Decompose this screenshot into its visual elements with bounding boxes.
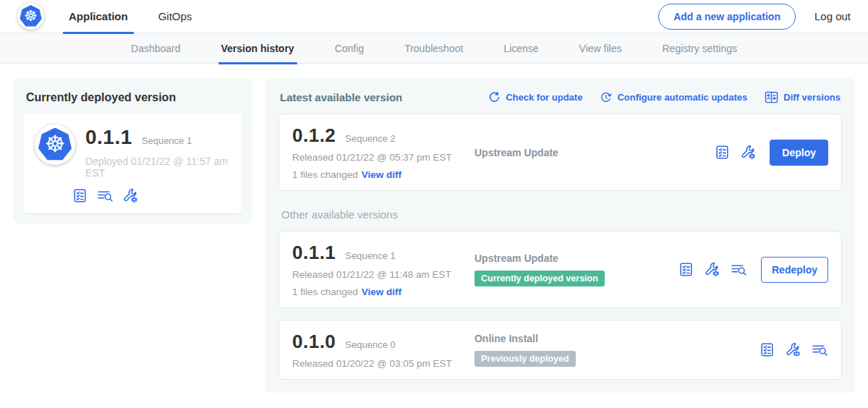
version-source-label: Upstream Update <box>475 147 678 158</box>
header-tab-application[interactable]: Application <box>69 0 128 33</box>
currently-deployed-title: Currently deployed version <box>26 91 239 104</box>
currently-deployed-badge: Currently deployed version <box>475 271 605 286</box>
tab-view-files[interactable]: View files <box>579 33 622 64</box>
edit-config-icon[interactable] <box>741 145 756 160</box>
tab-config[interactable]: Config <box>335 33 364 64</box>
preflight-checks-icon[interactable] <box>678 262 694 277</box>
kubernetes-logo: ☸ <box>17 3 44 30</box>
app-header: ☸ Application GitOps Add a new applicati… <box>0 0 868 33</box>
version-row-0-1-2: 0.1.2 Sequence 2 Released 01/21/22 @ 05:… <box>278 114 842 191</box>
edit-config-icon[interactable] <box>123 188 138 203</box>
configure-automatic-updates-label: Configure automatic updates <box>617 92 747 103</box>
diff-panels-icon <box>765 91 778 103</box>
tab-license[interactable]: License <box>503 33 538 64</box>
tab-registry-settings[interactable]: Registry settings <box>663 33 737 64</box>
edit-config-icon[interactable] <box>705 262 720 277</box>
diff-versions-link[interactable]: Diff versions <box>765 91 841 103</box>
deployed-version-info: 0.1.1 Sequence 1 Deployed 01/21/22 @ 11:… <box>85 124 231 203</box>
version-source-label: Upstream Update <box>475 252 678 264</box>
view-config-icon[interactable] <box>786 342 801 357</box>
deploy-logs-icon[interactable] <box>731 262 747 277</box>
view-diff-link[interactable]: View diff <box>362 169 401 180</box>
app-subnav: Dashboard Version history Config Trouble… <box>0 33 868 64</box>
check-for-update-link[interactable]: Check for update <box>488 91 582 103</box>
tab-dashboard[interactable]: Dashboard <box>131 33 181 64</box>
version-row-0-1-1: 0.1.1 Sequence 1 Released 01/21/22 @ 11:… <box>278 231 842 308</box>
version-history-panel: Latest available version Check for updat… <box>265 78 855 393</box>
released-timestamp: Released 01/20/22 @ 03:05 pm EST <box>292 358 475 369</box>
diff-versions-label: Diff versions <box>783 92 841 103</box>
version-number: 0.1.0 <box>292 331 336 353</box>
deploy-logs-icon[interactable] <box>97 188 114 203</box>
view-diff-link[interactable]: View diff <box>362 286 401 297</box>
kubernetes-helm-icon: ☸ <box>38 128 72 162</box>
configure-automatic-updates-link[interactable]: Configure automatic updates <box>600 91 747 103</box>
app-logo-badge: ☸ <box>35 124 75 165</box>
deploy-logs-icon[interactable] <box>812 342 828 357</box>
main-content: Currently deployed version ☸ 0.1.1 Seque… <box>0 64 868 407</box>
released-timestamp: Released 01/21/22 @ 05:37 pm EST <box>292 152 475 163</box>
header-tab-gitops[interactable]: GitOps <box>158 0 192 33</box>
version-row-0-1-0: 0.1.0 Sequence 0 Released 01/20/22 @ 03:… <box>278 320 842 380</box>
previously-deployed-badge: Previously deployed <box>475 351 576 367</box>
refresh-arrow-icon <box>488 91 501 103</box>
preflight-checks-icon[interactable] <box>715 145 730 160</box>
deployed-version-card: ☸ 0.1.1 Sequence 1 Deployed 01/21/22 @ 1… <box>23 113 242 213</box>
preflight-checks-icon[interactable] <box>760 342 775 357</box>
header-right: Add a new application Log out <box>658 4 851 30</box>
redeploy-button[interactable]: Redeploy <box>761 257 828 283</box>
version-source-label: Online Install <box>475 333 678 344</box>
deployed-version-number: 0.1.1 <box>85 126 132 149</box>
add-application-button[interactable]: Add a new application <box>658 4 796 30</box>
kubernetes-helm-icon: ☸ <box>20 5 42 27</box>
latest-version-title: Latest available version <box>280 91 402 103</box>
logout-button[interactable]: Log out <box>814 10 851 22</box>
sequence-label: Sequence 1 <box>345 250 395 261</box>
version-number: 0.1.2 <box>292 124 336 147</box>
deployed-sequence-label: Sequence 1 <box>142 135 192 146</box>
currently-deployed-card: Currently deployed version ☸ 0.1.1 Seque… <box>13 78 252 224</box>
deploy-button[interactable]: Deploy <box>770 140 828 166</box>
sequence-label: Sequence 0 <box>345 339 395 350</box>
sequence-label: Sequence 2 <box>345 133 395 144</box>
version-number: 0.1.1 <box>292 242 336 264</box>
files-changed-label: 1 files changed <box>292 286 358 297</box>
preflight-checks-icon[interactable] <box>72 188 88 203</box>
tab-troubleshoot[interactable]: Troubleshoot <box>404 33 463 64</box>
refresh-clock-icon <box>600 91 612 103</box>
deployed-timestamp: Deployed 01/21/22 @ 11:57 am EST <box>85 156 231 179</box>
other-versions-title: Other available versions <box>281 208 839 221</box>
tab-version-history[interactable]: Version history <box>221 33 294 64</box>
check-for-update-label: Check for update <box>506 92 582 103</box>
files-changed-label: 1 files changed <box>292 169 358 180</box>
released-timestamp: Released 01/21/22 @ 11:48 am EST <box>292 269 475 280</box>
